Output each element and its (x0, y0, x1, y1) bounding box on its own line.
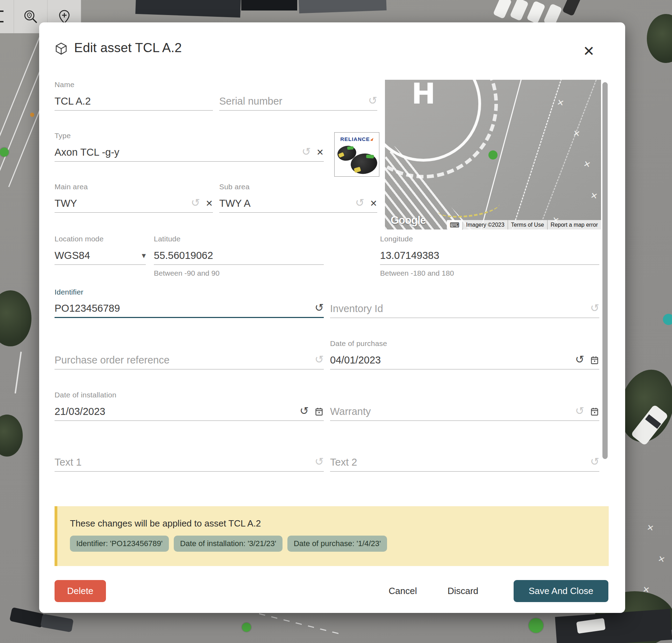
apron-cross-marking: ✕ (590, 190, 599, 201)
identifier-input[interactable] (55, 303, 309, 314)
toolbar-partial-icon (0, 0, 14, 33)
undo-icon[interactable]: ↺ (575, 354, 584, 365)
field-date-of-installation: Date of installation ↺ (55, 391, 324, 421)
undo-icon[interactable]: ↺ (300, 405, 309, 416)
serial-number-input[interactable] (219, 96, 363, 107)
undo-icon[interactable]: ↺ (590, 303, 599, 313)
clear-icon[interactable]: ✕ (370, 198, 377, 209)
delete-button[interactable]: Delete (55, 580, 106, 602)
field-type: Type ↺ ✕ (55, 132, 324, 162)
field-label: Date of purchase (330, 339, 599, 348)
map-feature (0, 290, 31, 346)
brand-label: RELIANCE (335, 136, 379, 142)
undo-icon[interactable]: ↺ (368, 95, 377, 106)
undo-icon[interactable]: ↺ (315, 354, 324, 365)
field-purchase-order: ↺ (55, 339, 324, 369)
text2-input[interactable] (330, 457, 585, 468)
latitude-input[interactable] (154, 250, 324, 261)
warranty-input[interactable] (330, 406, 570, 417)
map-feature (555, 609, 672, 643)
map-feature: ✕ (657, 554, 666, 565)
map-feature (647, 14, 672, 63)
map-feature: ✕ (646, 522, 655, 533)
asset-type-thumbnail: RELIANCE (334, 132, 379, 177)
undo-icon[interactable]: ↺ (590, 456, 599, 467)
field-inventory-id: ↺ (330, 288, 599, 318)
field-sub-area: Sub area ↺ ✕ (219, 183, 377, 213)
purchase-order-input[interactable] (55, 354, 309, 366)
report-map-error-link[interactable]: Report a map error (548, 220, 601, 229)
asset-marker-dot[interactable] (663, 314, 672, 325)
map-feature (241, 0, 297, 10)
field-label: Longitude (380, 235, 599, 244)
calendar-icon[interactable] (590, 355, 599, 365)
field-warranty: ↺ (330, 391, 599, 421)
apron-cross-marking: ✕ (556, 97, 565, 108)
latitude-helper: Between -90 and 90 (154, 269, 324, 277)
dialog-scrollbar[interactable] (602, 82, 608, 459)
undo-icon[interactable]: ↺ (575, 405, 584, 416)
cancel-button[interactable]: Cancel (377, 580, 429, 602)
text1-input[interactable] (55, 457, 309, 468)
sub-area-input[interactable] (219, 198, 350, 209)
field-label: Main area (55, 183, 213, 192)
map-feature (493, 0, 512, 19)
map-feature (30, 113, 34, 117)
date-of-installation-input[interactable] (55, 406, 294, 417)
inventory-id-input[interactable] (330, 303, 585, 315)
field-text2: ↺ (330, 441, 599, 472)
longitude-input[interactable] (380, 250, 599, 261)
asset-marker-dot[interactable] (529, 618, 543, 633)
imagery-attribution: Imagery ©2023 (463, 220, 508, 229)
asset-marker-dot[interactable] (242, 623, 251, 632)
map-feature (15, 352, 22, 393)
location-map-preview[interactable]: H ✕ ✕ ✕ ✕ ✕ Google ⌨ Imagery ©2023 Terms… (385, 80, 601, 229)
calendar-icon[interactable] (590, 407, 599, 416)
asset-marker-dot[interactable] (0, 148, 9, 157)
map-feature (562, 0, 581, 16)
undo-icon[interactable]: ↺ (355, 197, 364, 208)
map-feature (0, 415, 23, 457)
date-of-purchase-input[interactable] (330, 354, 570, 366)
change-chip: Date of installation: '3/21/23' (174, 536, 283, 552)
apron-cross-marking: ✕ (572, 128, 581, 139)
clear-icon[interactable]: ✕ (316, 147, 324, 157)
clear-icon[interactable]: ✕ (206, 198, 213, 209)
undo-icon[interactable]: ↺ (302, 146, 311, 157)
chevron-down-icon[interactable]: ▼ (142, 253, 146, 259)
calendar-icon[interactable] (314, 407, 324, 416)
apron-cross-marking: ✕ (582, 159, 592, 170)
terms-of-use-link[interactable]: Terms of Use (508, 220, 547, 229)
field-label: Sub area (219, 183, 377, 192)
undo-icon[interactable]: ↺ (191, 197, 200, 208)
location-mode-select[interactable]: ▼ (55, 247, 146, 265)
save-and-close-button[interactable]: Save And Close (514, 580, 608, 602)
name-input[interactable] (55, 96, 213, 107)
keyboard-shortcuts-icon[interactable]: ⌨ (447, 220, 463, 229)
map-feature (40, 614, 73, 632)
dialog-title: Edit asset TCL A.2 (74, 41, 182, 55)
magnifier-pin-icon (23, 9, 39, 25)
notice-message: These changes will be applied to asset T… (70, 518, 261, 529)
taxiway-dashed-line (537, 80, 598, 229)
asset-position-marker[interactable] (488, 150, 498, 160)
close-icon[interactable]: ✕ (580, 43, 597, 59)
location-mode-value[interactable] (55, 250, 136, 261)
map-attribution: ⌨ Imagery ©2023 Terms of Use Report a ma… (447, 220, 601, 229)
edit-asset-dialog: Edit asset TCL A.2 ✕ Name ↺ Type ↺ ✕ REL (39, 22, 625, 613)
field-label: Date of installation (55, 391, 324, 400)
field-label: Identifier (55, 288, 324, 297)
type-input[interactable] (55, 147, 296, 158)
main-area-input[interactable] (55, 198, 185, 209)
asset-cube-icon (55, 42, 68, 57)
discard-button[interactable]: Discard (437, 580, 489, 602)
field-text1: ↺ (55, 441, 324, 472)
undo-icon[interactable]: ↺ (315, 302, 324, 313)
undo-icon[interactable]: ↺ (315, 456, 324, 467)
field-name: Name (55, 80, 213, 111)
field-label: Name (55, 80, 213, 90)
field-label: Type (55, 132, 324, 141)
google-logo[interactable]: Google (391, 214, 426, 227)
map-feature (299, 0, 386, 13)
field-serial-number: ↺ (219, 80, 377, 111)
